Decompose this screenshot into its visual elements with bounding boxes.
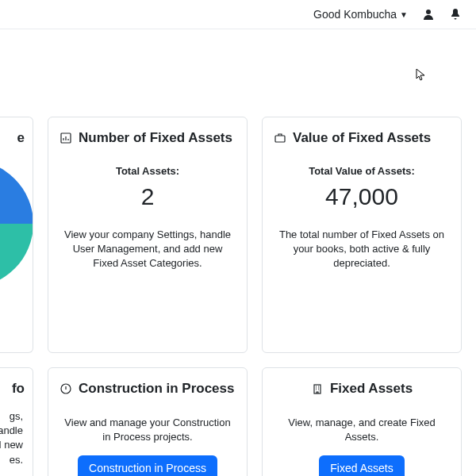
card-title: Construction in Process xyxy=(79,381,234,397)
card-title: Fixed Assets xyxy=(330,381,413,397)
card-title: Value of Fixed Assets xyxy=(293,130,431,146)
fixed-assets-card: Fixed Assets View, manage, and create Fi… xyxy=(262,367,462,476)
card-description: View your company Settings, handle User … xyxy=(60,228,236,271)
metric-label: Total Assets: xyxy=(60,165,236,177)
card-description: The total number of Fixed Assets on your… xyxy=(274,228,450,271)
bar-chart-icon xyxy=(60,132,72,144)
building-icon xyxy=(311,382,324,395)
chevron-down-icon: ▼ xyxy=(400,10,408,19)
briefcase-icon xyxy=(274,132,286,144)
assets-by-type-card: e es xyxy=(0,117,33,353)
pie-chart: es xyxy=(0,160,33,287)
fixed-assets-button[interactable]: Fixed Assets xyxy=(319,455,404,476)
metric-value: 47,000 xyxy=(274,183,450,210)
company-info-card: fo gs, handle dd new es. xyxy=(0,367,33,476)
number-of-assets-card: Number of Fixed Assets Total Assets: 2 V… xyxy=(48,117,248,353)
card-desc-fragment: gs, handle dd new es. xyxy=(0,409,25,467)
alert-circle-icon xyxy=(60,382,72,395)
value-of-assets-card: Value of Fixed Assets Total Value of Ass… xyxy=(262,117,462,353)
company-name: Good Kombucha xyxy=(313,8,397,21)
card-title-fragment: e xyxy=(0,130,25,146)
metric-value: 2 xyxy=(60,183,236,210)
card-title-fragment: fo xyxy=(0,381,25,397)
card-description: View, manage, and create Fixed Assets. xyxy=(274,416,450,444)
construction-in-process-card: Construction in Process View and manage … xyxy=(48,367,248,476)
company-selector[interactable]: Good Kombucha ▼ xyxy=(313,8,408,21)
card-title: Number of Fixed Assets xyxy=(79,130,232,146)
svg-rect-2 xyxy=(275,136,285,142)
bell-icon[interactable] xyxy=(449,8,462,21)
construction-in-process-button[interactable]: Construction in Process xyxy=(78,455,217,476)
card-description: View and manage your Construction in Pro… xyxy=(60,416,236,444)
user-icon[interactable] xyxy=(422,8,435,21)
svg-point-0 xyxy=(426,10,431,14)
metric-label: Total Value of Assets: xyxy=(274,165,450,177)
